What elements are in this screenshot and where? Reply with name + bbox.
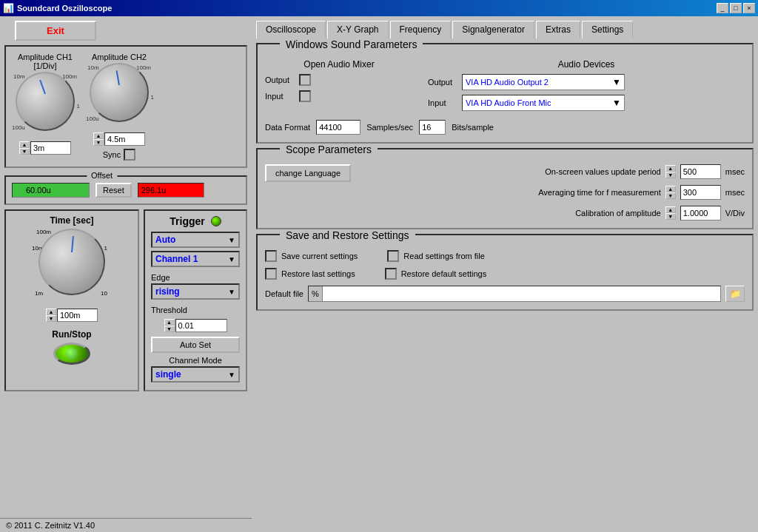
update-period-input[interactable] (680, 164, 721, 179)
avg-time-step-up[interactable]: ▲ (665, 186, 676, 192)
change-language-button[interactable]: change Language (265, 164, 351, 182)
sync-checkbox[interactable] (124, 149, 135, 161)
ch1-knob-container: 10m 100m 1 100u (12, 72, 78, 138)
calibration-input[interactable] (680, 206, 721, 220)
trigger-section: Trigger Auto ▼ Channel 1 ▼ Edge rising ▼… (144, 209, 247, 391)
sound-params-section: Windows Sound Parameters Open Audio Mixe… (256, 43, 754, 144)
channel-mode-value: single (155, 369, 181, 380)
update-period-step-down[interactable]: ▼ (665, 172, 676, 178)
update-period-stepper: ▲ ▼ (665, 165, 676, 178)
data-format-label: Data Format (265, 123, 310, 132)
ch2-value-input[interactable] (104, 132, 145, 146)
threshold-input-row: ▲ ▼ (164, 319, 227, 332)
tab-extras[interactable]: Extras (536, 21, 580, 38)
input-device-arrow: ▼ (612, 98, 621, 108)
run-stop-label: Run/Stop (52, 329, 91, 340)
ch1-knob[interactable] (16, 72, 75, 131)
output-device-value: VIA HD Audio Output 2 (466, 78, 549, 87)
input-mixer-checkbox[interactable] (299, 90, 311, 102)
ch2-label: Amplitude CH2 (92, 53, 147, 61)
input-device-row: Input VIA HD Audio Front Mic ▼ (428, 95, 745, 111)
trigger-channel-dropdown[interactable]: Channel 1 ▼ (151, 251, 240, 267)
change-lang-wrap: change Language (265, 164, 391, 186)
time-knob[interactable] (38, 229, 105, 295)
ch2-knob[interactable] (90, 63, 149, 122)
output-mixer-checkbox[interactable] (299, 74, 311, 86)
amplitude-section: Amplitude CH1 [1/Div] 10m 100m 1 100u ▲ … (4, 45, 247, 168)
channel-mode-dropdown[interactable]: single ▼ (151, 366, 240, 383)
avg-time-label: Averaging time for f measurement (538, 188, 660, 197)
ch2-knob-container: 10m 100m 1 100u (86, 63, 152, 129)
offset-title: Offset (87, 171, 117, 180)
ch2-knob-group: Amplitude CH2 10m 100m 1 100u ▲ ▼ (86, 53, 152, 161)
output-device-dropdown[interactable]: VIA HD Audio Output 2 ▼ (462, 74, 625, 90)
output-mixer-label: Output (265, 75, 295, 84)
tabs: Oscilloscope X-Y Graph Frequency Signalg… (256, 21, 754, 38)
tab-oscilloscope[interactable]: Oscilloscope (256, 21, 326, 38)
edge-dropdown[interactable]: rising ▼ (151, 283, 240, 300)
trigger-mode-dropdown[interactable]: Auto ▼ (151, 232, 240, 248)
audio-devices-col: Audio Devices Output VIA HD Audio Output… (428, 59, 745, 115)
threshold-step-up[interactable]: ▲ (164, 319, 175, 326)
update-period-step-up[interactable]: ▲ (665, 165, 676, 172)
save-current-checkbox[interactable] (265, 250, 277, 262)
time-scale-100m: 100m (36, 229, 51, 235)
avg-time-input[interactable] (680, 185, 721, 200)
time-step-down[interactable]: ▼ (46, 315, 56, 322)
reset-button[interactable]: Reset (95, 183, 132, 198)
ch2-step-up[interactable]: ▲ (93, 132, 104, 139)
save-row-2: Restore last settings Restore default se… (265, 268, 745, 280)
sync-row: Sync (103, 149, 135, 161)
tab-xy-graph[interactable]: X-Y Graph (327, 21, 388, 38)
trigger-mode-value: Auto (155, 235, 175, 245)
threshold-input[interactable] (175, 319, 227, 332)
trigger-title: Trigger (170, 215, 204, 227)
restore-last-checkbox[interactable] (265, 268, 277, 280)
run-stop-button[interactable] (53, 343, 90, 365)
close-button[interactable]: × (743, 3, 755, 13)
calibration-step-down[interactable]: ▼ (665, 213, 676, 220)
ch1-step-down[interactable]: ▼ (19, 148, 30, 155)
run-btn-inner (66, 348, 78, 360)
tab-signalgenerator[interactable]: Signalgenerator (452, 21, 534, 38)
default-file-row: Default file % 📁 (265, 286, 745, 302)
input-device-dropdown[interactable]: VIA HD Audio Front Mic ▼ (462, 95, 625, 111)
avg-time-step-down[interactable]: ▼ (665, 192, 676, 199)
samples-input[interactable] (316, 120, 360, 135)
footer: © 2011 C. Zeitnitz V1.40 (0, 518, 252, 532)
folder-button[interactable]: 📁 (725, 286, 745, 302)
folder-icon: 📁 (730, 289, 741, 299)
auto-set-button[interactable]: Auto Set (151, 337, 240, 353)
file-prefix: % (309, 286, 323, 301)
ch1-step-up[interactable]: ▲ (19, 141, 30, 148)
ch1-stepper: ▲ ▼ (19, 141, 30, 155)
minimize-button[interactable]: _ (717, 3, 728, 13)
scope-params-section: Scope Parameters change Language On-scre… (256, 148, 754, 229)
ch1-offset-bar: 60.00u (12, 183, 90, 198)
time-value-input[interactable] (57, 309, 98, 322)
time-step-up[interactable]: ▲ (46, 309, 56, 315)
restore-default-checkbox[interactable] (385, 268, 397, 280)
tab-frequency[interactable]: Frequency (390, 21, 452, 38)
app-icon: 📊 (3, 3, 14, 13)
time-knob-marker (71, 236, 74, 252)
ch1-scale-topleft: 10m (13, 73, 25, 80)
ch1-value-input[interactable] (30, 141, 71, 155)
maximize-button[interactable]: □ (730, 3, 742, 13)
scope-right-col: On-screen values update period ▲ ▼ msec … (406, 164, 745, 220)
sound-params-title: Windows Sound Parameters (280, 38, 423, 50)
trigger-channel-arrow: ▼ (228, 255, 235, 263)
save-current-label: Save current settings (281, 252, 358, 260)
ch2-input-row: ▲ ▼ (93, 132, 145, 146)
calibration-step-up[interactable]: ▲ (665, 206, 676, 213)
bits-input[interactable] (419, 120, 446, 135)
save-restore-title: Save and Restore Settings (280, 229, 415, 241)
ch2-step-down[interactable]: ▼ (93, 139, 104, 146)
edge-label: Edge (151, 273, 170, 282)
ch2-scale-topleft: 10m (87, 64, 99, 71)
threshold-step-down[interactable]: ▼ (164, 326, 175, 332)
read-settings-checkbox[interactable] (387, 250, 399, 262)
file-path-input[interactable] (323, 286, 720, 301)
tab-settings[interactable]: Settings (582, 21, 633, 38)
exit-button[interactable]: Exit (15, 21, 96, 41)
